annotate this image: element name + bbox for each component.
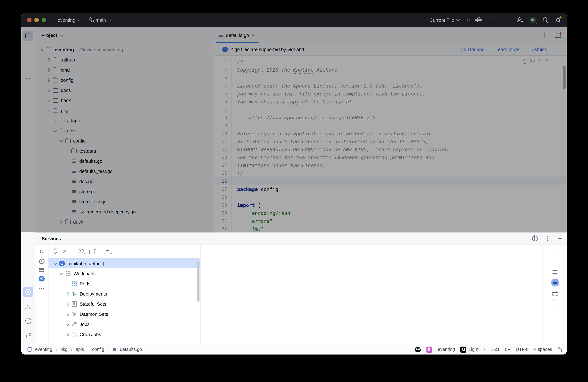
encoding[interactable]: UTF-8 [516, 347, 529, 352]
tree-row[interactable]: pkg [35, 105, 214, 115]
collapse-all-icon[interactable] [63, 248, 67, 254]
breadcrumb-item[interactable]: pkg [60, 347, 67, 352]
sidebar-item-commit[interactable] [23, 45, 33, 55]
services-tree-row[interactable]: Deployments [48, 289, 200, 299]
zoom-window-button[interactable] [42, 18, 46, 22]
more-actions-button[interactable] [488, 17, 494, 23]
chevron-box[interactable] [51, 262, 58, 265]
run-configuration-selector[interactable]: Current File [430, 17, 459, 23]
tree-row[interactable]: .github [35, 55, 214, 65]
soft-wrap-icon[interactable] [552, 270, 558, 275]
indent-style[interactable]: 4 spaces [534, 347, 552, 352]
project-switcher[interactable]: eventing [58, 17, 80, 23]
close-tab-icon[interactable]: × [252, 33, 255, 38]
locate-icon[interactable] [532, 236, 538, 241]
settings-gear-button[interactable]: ⚙ [555, 17, 561, 23]
project-panel-header[interactable]: Project [35, 27, 214, 43]
stack-icon[interactable] [39, 268, 44, 272]
lock-icon[interactable] [558, 349, 562, 352]
tree-row[interactable]: config [35, 136, 214, 146]
target-icon[interactable] [39, 259, 44, 264]
code-line[interactable]: 16 [214, 177, 567, 185]
chevron-box[interactable] [45, 58, 51, 61]
clear-icon[interactable] [553, 301, 557, 305]
code-line[interactable]: 1/* [214, 58, 567, 66]
notifications-bell-icon[interactable] [556, 33, 561, 38]
banner-link-learn-more[interactable]: Learn more [495, 47, 519, 52]
chevron-box[interactable] [64, 313, 70, 315]
preview-icon[interactable] [78, 249, 84, 253]
chevron-box[interactable] [45, 69, 51, 71]
sidebar-item-problems[interactable] [23, 316, 33, 326]
editor-scrollbar[interactable] [563, 66, 566, 89]
tree-row[interactable]: docs [35, 85, 214, 95]
tree-row[interactable]: defaults.go [35, 156, 214, 166]
hide-icon[interactable] [558, 238, 562, 239]
kubernetes-icon[interactable] [39, 276, 45, 281]
tree-row[interactable]: duck [35, 217, 214, 227]
more-vertical-icon[interactable] [545, 235, 550, 242]
more-icon[interactable] [39, 285, 44, 292]
code-line[interactable]: 15*/ [214, 169, 567, 177]
code-line[interactable]: 8 https://www.apache.org/licenses/LICENS… [214, 114, 567, 122]
code-line[interactable]: 21 "errors" [214, 217, 567, 225]
inspection-widget[interactable]: ✓ 16 [522, 57, 548, 63]
sidebar-item-project-folder[interactable] [23, 31, 33, 41]
code-line[interactable]: 6You may obtain a copy of the License at [214, 98, 567, 106]
code-line[interactable]: 11distributed under the License is distr… [214, 137, 567, 145]
code-line[interactable]: 7 [214, 106, 567, 114]
code-line[interactable]: 2Copyright 2020 The Knative Authors [214, 66, 567, 74]
services-tree-row[interactable]: Jobs [48, 319, 200, 329]
tree-row[interactable]: store.go [35, 186, 214, 196]
copilot-icon[interactable] [415, 347, 421, 352]
search-everywhere-button[interactable] [543, 17, 548, 23]
banner-link-dismiss[interactable]: Dismiss [530, 47, 547, 52]
services-tree-row[interactable]: minikube [default] [48, 258, 200, 268]
breadcrumb-item[interactable]: defaults.go [120, 347, 142, 352]
run-button[interactable]: ▷ [466, 17, 470, 23]
expand-all-icon[interactable] [53, 248, 57, 254]
services-header[interactable]: Services [35, 233, 567, 245]
banner-link-try-goland[interactable]: Try GoLand [460, 47, 484, 52]
code-with-me-button[interactable] [517, 17, 523, 22]
breadcrumb-item[interactable]: apis [76, 347, 84, 352]
services-tree-row[interactable]: Workloads [48, 268, 200, 279]
code-editor[interactable]: 1/*2Copyright 2020 The Knative Authors34… [214, 56, 567, 232]
services-tree-row[interactable]: Pods [48, 279, 200, 289]
chevron-box[interactable] [57, 220, 64, 223]
code-line[interactable]: 20 "encoding/json" [214, 209, 567, 217]
sidebar-item-services[interactable] [23, 287, 33, 297]
services-tree-row[interactable]: Cron Jobs [48, 329, 200, 339]
chevron-box[interactable] [64, 323, 70, 325]
tab-options-button[interactable] [542, 32, 547, 38]
arrow-up-icon[interactable] [554, 249, 556, 255]
chevron-box[interactable] [39, 48, 45, 51]
services-tree-row[interactable]: Stateful Sets [48, 299, 200, 309]
chevron-box[interactable] [58, 272, 64, 275]
chevron-box[interactable] [57, 139, 64, 142]
code-line[interactable]: 4Licensed under the Apache License, Vers… [214, 82, 567, 90]
code-line[interactable]: 19import ( [214, 201, 567, 209]
chevron-box[interactable] [45, 89, 51, 91]
caret-position[interactable]: 16:1 [491, 347, 500, 352]
tree-row[interactable]: config [35, 75, 214, 85]
theme-widget[interactable]: M Light [460, 346, 479, 353]
breadcrumb-item[interactable]: config [92, 347, 104, 352]
breadcrumb-item[interactable]: eventing [35, 347, 52, 352]
add-icon[interactable] [106, 249, 110, 253]
sidebar-item-more[interactable] [23, 74, 33, 84]
tree-row[interactable]: store_test.go [35, 196, 214, 207]
chevron-box[interactable] [45, 109, 51, 112]
tree-row[interactable]: hack [35, 95, 214, 105]
chevron-box[interactable] [45, 79, 51, 81]
tree-row[interactable]: apis [35, 126, 214, 136]
editor-tab[interactable]: defaults.go × [214, 27, 260, 43]
tree-row[interactable]: adapter [35, 115, 214, 126]
tree-row[interactable]: cmd [35, 65, 214, 75]
print-icon[interactable] [552, 292, 558, 296]
line-ending[interactable]: LF [505, 347, 510, 352]
code-line[interactable]: 18 [214, 193, 567, 201]
code-line[interactable]: 10Unless required by applicable law or a… [214, 130, 567, 137]
code-line[interactable]: 14limitations under the License. [214, 161, 567, 169]
code-line[interactable]: 12WITHOUT WARRANTIES OR CONDITIONS OF AN… [214, 145, 567, 153]
